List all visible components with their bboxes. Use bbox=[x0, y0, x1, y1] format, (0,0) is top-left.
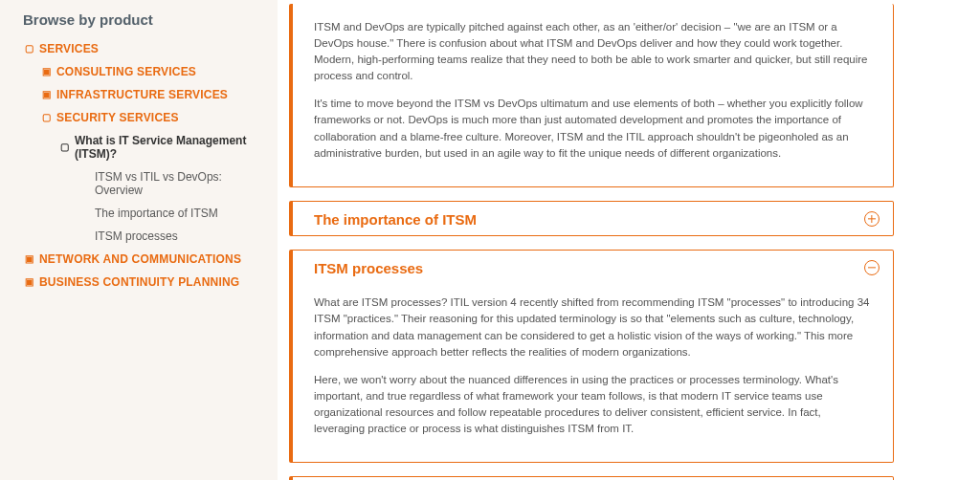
minus-icon: ▢ bbox=[24, 44, 33, 54]
sidebar-item-importance[interactable]: The importance of ITSM bbox=[60, 202, 268, 225]
sidebar-item-what-is-itsm[interactable]: ▢ What is IT Service Management (ITSM)? bbox=[60, 129, 268, 165]
minus-icon: ▢ bbox=[60, 142, 69, 152]
card-title: The importance of ITSM bbox=[314, 211, 477, 228]
sidebar-item-itsm-vs[interactable]: ITSM vs ITIL vs DevOps: Overview bbox=[60, 165, 268, 202]
nav-tree: ▢ SERVICES ▣ CONSULTING SERVICES ▣ INFRA… bbox=[23, 37, 268, 294]
card-itsm-vs-devops: ITSM and DevOps are typically pitched ag… bbox=[289, 4, 894, 187]
sidebar-item-infrastructure[interactable]: ▣ INFRASTRUCTURE SERVICES bbox=[41, 83, 268, 106]
minus-icon bbox=[864, 260, 880, 275]
card-header-processes[interactable]: ITSM processes bbox=[293, 251, 893, 284]
card-additional-info: Additional Information Created Date: 202… bbox=[289, 476, 894, 480]
sidebar: Browse by product ▢ SERVICES ▣ CONSULTIN… bbox=[0, 0, 278, 480]
card-processes: ITSM processes What are ITSM processes? … bbox=[289, 250, 894, 464]
card-title: ITSM processes bbox=[314, 260, 423, 276]
sidebar-item-bcp[interactable]: ▣ BUSINESS CONTINUITY PLANNING bbox=[24, 271, 268, 294]
plus-icon: ▣ bbox=[41, 67, 51, 76]
paragraph: What are ITSM processes? ITIL version 4 … bbox=[314, 295, 872, 360]
plus-icon: ▣ bbox=[24, 254, 33, 264]
sidebar-item-security[interactable]: ▢ SECURITY SERVICES bbox=[41, 106, 268, 129]
card-body: What are ITSM processes? ITIL version 4 … bbox=[293, 295, 893, 462]
sidebar-heading: Browse by product bbox=[23, 11, 268, 28]
paragraph: It's time to move beyond the ITSM vs Dev… bbox=[314, 96, 872, 162]
sidebar-item-processes[interactable]: ITSM processes bbox=[60, 225, 268, 248]
plus-icon: ▣ bbox=[41, 90, 51, 99]
main-content: ITSM and DevOps are typically pitched ag… bbox=[278, 0, 980, 480]
minus-icon: ▢ bbox=[41, 113, 51, 122]
card-importance: The importance of ITSM bbox=[289, 201, 894, 236]
plus-icon: ▣ bbox=[24, 277, 33, 287]
card-header-importance[interactable]: The importance of ITSM bbox=[293, 202, 893, 235]
sidebar-item-consulting[interactable]: ▣ CONSULTING SERVICES bbox=[41, 60, 268, 83]
paragraph: Here, we won't worry about the nuanced d… bbox=[314, 372, 872, 438]
sidebar-item-services[interactable]: ▢ SERVICES bbox=[24, 37, 268, 60]
plus-icon bbox=[864, 211, 880, 227]
sidebar-item-network[interactable]: ▣ NETWORK AND COMMUNICATIONS bbox=[24, 248, 268, 271]
paragraph: ITSM and DevOps are typically pitched ag… bbox=[314, 19, 872, 85]
